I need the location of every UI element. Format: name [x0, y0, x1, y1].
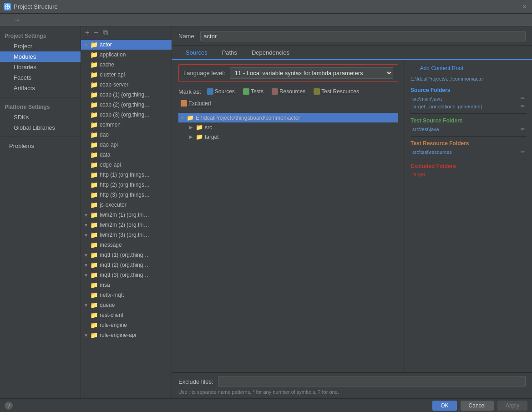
folder-icon: 📁: [90, 191, 98, 198]
edit-test-resource-folder-1-button[interactable]: ✏: [521, 149, 525, 155]
tree-item-mqtt_1_org.thing…[interactable]: ▼📁mqtt (1) (org.thing…: [81, 250, 172, 260]
sidebar-item-libraries[interactable]: Libraries: [0, 62, 81, 72]
module-toolbar: + − ⧉: [81, 26, 172, 40]
tree-item-coap_1_org.thing…[interactable]: 📁coap (1) (org.thing…: [81, 90, 172, 100]
back-button[interactable]: ←: [4, 16, 11, 24]
folder-icon: 📁: [90, 251, 98, 259]
folder-icon: 📁: [90, 291, 98, 299]
tree-item-http_3_org.things…[interactable]: 📁http (3) (org.things…: [81, 190, 172, 200]
forward-button[interactable]: →: [14, 16, 21, 24]
sidebar-item-artifacts[interactable]: Artifacts: [0, 83, 81, 93]
cancel-button[interactable]: Cancel: [461, 401, 494, 411]
mark-tests-button[interactable]: Tests: [241, 87, 266, 96]
tree-item-msa[interactable]: 📁msa: [81, 280, 172, 290]
tab-paths[interactable]: Paths: [215, 46, 244, 60]
test-resource-folder-1: src\test\resources ✏: [410, 148, 527, 155]
content-left: Language level: 11 - Local variable synt…: [172, 60, 405, 372]
folder-icon: 📁: [90, 271, 98, 279]
tree-item-cluster-api[interactable]: 📁cluster-api: [81, 70, 172, 80]
tree-item-mqtt_3_org.thing…[interactable]: ▼📁mqtt (3) (org.thing…: [81, 270, 172, 280]
tree-item-mqtt_2_org.thing…[interactable]: ▼📁mqtt (2) (org.thing…: [81, 260, 172, 270]
edit-test-source-folder-1-button[interactable]: ✏: [521, 126, 525, 132]
tree-item-coap-server[interactable]: 📁coap-server: [81, 80, 172, 90]
copy-module-button[interactable]: ⧉: [101, 28, 109, 37]
add-content-root-button[interactable]: + + Add Content Root: [410, 64, 527, 72]
tree-item-lwm2m_2_org.thi…[interactable]: ▼📁lwm2m (2) (org.thi…: [81, 220, 172, 230]
mark-test-resources-button[interactable]: Test Resources: [311, 87, 361, 96]
sidebar-item-sdks[interactable]: SDKs: [0, 112, 81, 122]
nav-bar: ← →: [0, 14, 532, 26]
sidebar-item-problems[interactable]: Problems: [0, 141, 81, 151]
tree-item-netty-mqtt[interactable]: 📁netty-mqtt: [81, 290, 172, 300]
source-tree-src[interactable]: ▶ 📁 src: [178, 122, 398, 132]
tree-item-rule-engine[interactable]: 📁rule-engine: [81, 320, 172, 330]
folder-icon: 📁: [90, 51, 98, 58]
close-button[interactable]: ×: [521, 3, 528, 11]
exclude-files-hint: Use ; to separate name patterns, * for a…: [172, 388, 532, 398]
sidebar-item-project[interactable]: Project: [0, 41, 81, 51]
tree-item-rule-engine-api[interactable]: ▼📁rule-engine-api: [81, 330, 172, 340]
exclude-files-label: Exclude files:: [178, 378, 213, 385]
remove-module-button[interactable]: −: [92, 28, 99, 37]
name-row: Name:: [172, 26, 532, 46]
tree-item-http_1_org.things…[interactable]: 📁http (1) (org.things…: [81, 170, 172, 180]
window-title: Project Structure: [14, 3, 521, 10]
tree-item-application[interactable]: 📁application: [81, 50, 172, 60]
platform-settings-title: Platform Settings: [0, 101, 81, 112]
folder-icon: 📁: [90, 311, 98, 319]
folder-icon: 📁: [90, 301, 98, 309]
tests-icon: [243, 88, 249, 95]
tab-sources[interactable]: Sources: [178, 46, 215, 60]
tree-item-cache[interactable]: 📁cache: [81, 60, 172, 70]
add-module-button[interactable]: +: [84, 28, 91, 37]
mark-resources-button[interactable]: Resources: [269, 87, 308, 96]
excluded-folders-title: Excluded Folders: [410, 163, 527, 169]
tree-item-actor[interactable]: ▼📁actor: [81, 40, 172, 50]
sidebar-item-modules[interactable]: Modules: [0, 51, 81, 62]
sidebar-item-global-libraries[interactable]: Global Libraries: [0, 122, 81, 133]
tree-item-dao[interactable]: 📁dao: [81, 130, 172, 140]
source-tree-root[interactable]: ▼ 📁 E:\IdealProjects\thingsboard\common\…: [178, 113, 398, 122]
source-folders-title: Source Folders: [410, 87, 527, 93]
tree-item-dao-api[interactable]: 📁dao-api: [81, 140, 172, 150]
folder-icon: 📁: [90, 61, 98, 68]
folder-icon: 📁: [90, 121, 98, 128]
tree-item-rest-client[interactable]: 📁rest-client: [81, 310, 172, 320]
tree-item-lwm2m_3_org.thi…[interactable]: ▼📁lwm2m (3) (org.thi…: [81, 230, 172, 240]
tree-item-http_2_org.things…[interactable]: 📁http (2) (org.things…: [81, 180, 172, 190]
folder-icon: 📁: [90, 41, 98, 48]
edit-source-folder-1-button[interactable]: ✏: [521, 96, 525, 102]
folder-icon: 📁: [90, 81, 98, 88]
folder-icon: 📁: [90, 261, 98, 269]
exclude-files-input[interactable]: [218, 376, 526, 387]
source-tree: ▼ 📁 E:\IdealProjects\thingsboard\common\…: [178, 113, 398, 142]
help-button[interactable]: ?: [5, 402, 13, 410]
content-root-path: E:\IdealProjects\...\common\actor: [410, 76, 527, 81]
main-layout: Project Settings Project Modules Librari…: [0, 26, 532, 398]
mark-sources-button[interactable]: Sources: [205, 87, 237, 96]
tree-item-message[interactable]: 📁message: [81, 240, 172, 250]
tree-item-common[interactable]: 📁common: [81, 120, 172, 130]
tree-item-coap_2_org.thing…[interactable]: 📁coap (2) (org.thing…: [81, 100, 172, 110]
tree-item-lwm2m_1_org.thi…[interactable]: ▼📁lwm2m (1) (org.thi…: [81, 210, 172, 220]
tree-item-data[interactable]: 📁data: [81, 150, 172, 160]
mark-excluded-button[interactable]: Excluded: [178, 99, 213, 107]
tree-item-queue[interactable]: ▼📁queue: [81, 300, 172, 310]
language-level-select[interactable]: 11 - Local variable syntax for lambda pa…: [230, 67, 393, 79]
source-tree-target[interactable]: ▶ 📁 target: [178, 132, 398, 142]
folder-icon: 📁: [90, 71, 98, 78]
name-input[interactable]: [200, 31, 526, 41]
source-folder-2: target...annotations [generated] ✏: [410, 103, 527, 110]
module-tree: ▼📁actor 📁application 📁cache 📁cluster-api…: [81, 40, 172, 340]
edit-source-folder-2-button[interactable]: ✏: [521, 103, 525, 109]
tree-item-coap_3_org.thing…[interactable]: 📁coap (3) (org.thing…: [81, 110, 172, 120]
mark-as-label: Mark as:: [178, 88, 201, 95]
test-source-folder-1: src\test\java ✏: [410, 126, 527, 132]
folder-icon: 📁: [90, 201, 98, 209]
tree-item-js-executor[interactable]: 📁js-executor: [81, 200, 172, 210]
apply-button[interactable]: Apply: [497, 401, 527, 411]
ok-button[interactable]: OK: [432, 401, 456, 411]
tree-item-edge-api[interactable]: 📁edge-api: [81, 160, 172, 170]
tab-dependencies[interactable]: Dependencies: [244, 46, 297, 60]
sidebar-item-facets[interactable]: Facets: [0, 72, 81, 83]
